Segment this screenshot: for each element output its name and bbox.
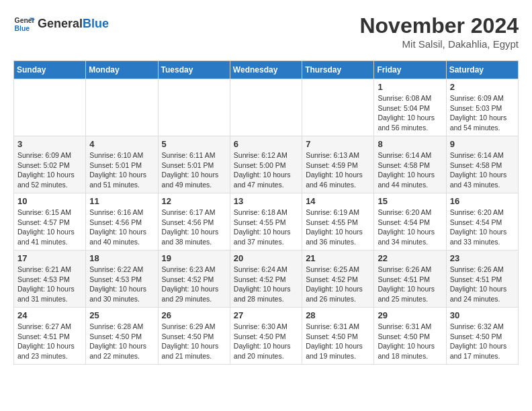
calendar-cell: 10Sunrise: 6:15 AM Sunset: 4:57 PM Dayli…	[14, 193, 86, 250]
day-number: 5	[162, 139, 226, 149]
calendar-header: SundayMondayTuesdayWednesdayThursdayFrid…	[14, 61, 519, 79]
day-info: Sunrise: 6:19 AM Sunset: 4:55 PM Dayligh…	[306, 208, 370, 247]
day-number: 17	[17, 253, 82, 263]
day-info: Sunrise: 6:20 AM Sunset: 4:54 PM Dayligh…	[378, 208, 442, 247]
calendar-cell	[14, 79, 86, 136]
weekday-header-monday: Monday	[86, 61, 158, 79]
weekday-header-row: SundayMondayTuesdayWednesdayThursdayFrid…	[14, 61, 519, 79]
logo: General Blue GeneralBlue	[13, 13, 109, 35]
day-info: Sunrise: 6:09 AM Sunset: 5:02 PM Dayligh…	[17, 150, 82, 190]
calendar-body: 1Sunrise: 6:08 AM Sunset: 5:04 PM Daylig…	[14, 79, 519, 365]
title-section: November 2024 Mit Salsil, Dakahlia, Egyp…	[359, 13, 519, 50]
day-number: 28	[306, 310, 370, 320]
day-info: Sunrise: 6:12 AM Sunset: 5:00 PM Dayligh…	[234, 150, 298, 190]
logo-icon: General Blue	[13, 13, 35, 35]
day-info: Sunrise: 6:22 AM Sunset: 4:53 PM Dayligh…	[89, 265, 154, 304]
day-number: 29	[378, 310, 442, 320]
calendar-cell: 22Sunrise: 6:26 AM Sunset: 4:51 PM Dayli…	[374, 250, 446, 308]
day-number: 1	[378, 82, 442, 92]
calendar-cell: 14Sunrise: 6:19 AM Sunset: 4:55 PM Dayli…	[302, 193, 374, 250]
calendar-cell: 6Sunrise: 6:12 AM Sunset: 5:00 PM Daylig…	[230, 136, 302, 193]
calendar-cell: 7Sunrise: 6:13 AM Sunset: 4:59 PM Daylig…	[302, 136, 374, 193]
calendar-cell	[86, 79, 158, 136]
location-text: Mit Salsil, Dakahlia, Egypt	[359, 38, 519, 50]
day-number: 30	[450, 310, 515, 320]
day-info: Sunrise: 6:28 AM Sunset: 4:50 PM Dayligh…	[89, 322, 154, 361]
weekday-header-saturday: Saturday	[446, 61, 518, 79]
day-number: 14	[306, 196, 370, 206]
day-number: 18	[89, 253, 154, 263]
calendar-cell: 24Sunrise: 6:27 AM Sunset: 4:51 PM Dayli…	[14, 308, 86, 365]
day-info: Sunrise: 6:27 AM Sunset: 4:51 PM Dayligh…	[17, 322, 82, 361]
calendar-cell: 11Sunrise: 6:16 AM Sunset: 4:56 PM Dayli…	[86, 193, 158, 250]
calendar-cell: 19Sunrise: 6:23 AM Sunset: 4:52 PM Dayli…	[158, 250, 230, 308]
weekday-header-thursday: Thursday	[302, 61, 374, 79]
weekday-header-sunday: Sunday	[14, 61, 86, 79]
calendar-cell: 18Sunrise: 6:22 AM Sunset: 4:53 PM Dayli…	[86, 250, 158, 308]
day-info: Sunrise: 6:26 AM Sunset: 4:51 PM Dayligh…	[450, 265, 515, 304]
day-info: Sunrise: 6:29 AM Sunset: 4:50 PM Dayligh…	[162, 322, 226, 361]
logo-general-text: General	[38, 17, 83, 30]
calendar-cell: 27Sunrise: 6:30 AM Sunset: 4:50 PM Dayli…	[230, 308, 302, 365]
day-number: 23	[450, 253, 515, 263]
day-info: Sunrise: 6:09 AM Sunset: 5:03 PM Dayligh…	[450, 93, 515, 133]
day-number: 9	[450, 139, 515, 149]
day-number: 8	[378, 139, 442, 149]
day-number: 4	[89, 139, 154, 149]
day-info: Sunrise: 6:30 AM Sunset: 4:50 PM Dayligh…	[234, 322, 298, 361]
calendar-cell: 5Sunrise: 6:11 AM Sunset: 5:01 PM Daylig…	[158, 136, 230, 193]
calendar-cell	[302, 79, 374, 136]
page-header: General Blue GeneralBlue November 2024 M…	[13, 13, 519, 50]
calendar-cell: 30Sunrise: 6:32 AM Sunset: 4:50 PM Dayli…	[446, 308, 518, 365]
day-number: 27	[234, 310, 298, 320]
day-number: 11	[89, 196, 154, 206]
day-number: 7	[306, 139, 370, 149]
calendar-cell: 23Sunrise: 6:26 AM Sunset: 4:51 PM Dayli…	[446, 250, 518, 308]
day-info: Sunrise: 6:13 AM Sunset: 4:59 PM Dayligh…	[306, 150, 370, 190]
calendar-week-2: 3Sunrise: 6:09 AM Sunset: 5:02 PM Daylig…	[14, 136, 519, 193]
calendar-cell: 8Sunrise: 6:14 AM Sunset: 4:58 PM Daylig…	[374, 136, 446, 193]
calendar-cell	[158, 79, 230, 136]
day-number: 12	[162, 196, 226, 206]
day-number: 10	[17, 196, 82, 206]
day-number: 6	[234, 139, 298, 149]
calendar-week-4: 17Sunrise: 6:21 AM Sunset: 4:53 PM Dayli…	[14, 250, 519, 308]
calendar-cell: 16Sunrise: 6:20 AM Sunset: 4:54 PM Dayli…	[446, 193, 518, 250]
calendar-cell: 9Sunrise: 6:14 AM Sunset: 4:58 PM Daylig…	[446, 136, 518, 193]
day-info: Sunrise: 6:31 AM Sunset: 4:50 PM Dayligh…	[306, 322, 370, 361]
day-number: 24	[17, 310, 82, 320]
day-info: Sunrise: 6:23 AM Sunset: 4:52 PM Dayligh…	[162, 265, 226, 304]
calendar-cell	[230, 79, 302, 136]
calendar-cell: 20Sunrise: 6:24 AM Sunset: 4:52 PM Dayli…	[230, 250, 302, 308]
calendar-week-5: 24Sunrise: 6:27 AM Sunset: 4:51 PM Dayli…	[14, 308, 519, 365]
calendar-cell: 29Sunrise: 6:31 AM Sunset: 4:50 PM Dayli…	[374, 308, 446, 365]
calendar-cell: 1Sunrise: 6:08 AM Sunset: 5:04 PM Daylig…	[374, 79, 446, 136]
calendar-cell: 25Sunrise: 6:28 AM Sunset: 4:50 PM Dayli…	[86, 308, 158, 365]
day-info: Sunrise: 6:18 AM Sunset: 4:55 PM Dayligh…	[234, 208, 298, 247]
day-info: Sunrise: 6:08 AM Sunset: 5:04 PM Dayligh…	[378, 93, 442, 133]
calendar-cell: 17Sunrise: 6:21 AM Sunset: 4:53 PM Dayli…	[14, 250, 86, 308]
logo-text: GeneralBlue	[38, 17, 109, 31]
weekday-header-friday: Friday	[374, 61, 446, 79]
day-number: 21	[306, 253, 370, 263]
day-number: 13	[234, 196, 298, 206]
calendar-table: SundayMondayTuesdayWednesdayThursdayFrid…	[13, 60, 519, 365]
day-number: 22	[378, 253, 442, 263]
day-info: Sunrise: 6:16 AM Sunset: 4:56 PM Dayligh…	[89, 208, 154, 247]
day-info: Sunrise: 6:31 AM Sunset: 4:50 PM Dayligh…	[378, 322, 442, 361]
calendar-cell: 26Sunrise: 6:29 AM Sunset: 4:50 PM Dayli…	[158, 308, 230, 365]
day-info: Sunrise: 6:21 AM Sunset: 4:53 PM Dayligh…	[17, 265, 82, 304]
day-info: Sunrise: 6:26 AM Sunset: 4:51 PM Dayligh…	[378, 265, 442, 304]
day-number: 15	[378, 196, 442, 206]
day-info: Sunrise: 6:24 AM Sunset: 4:52 PM Dayligh…	[234, 265, 298, 304]
day-info: Sunrise: 6:15 AM Sunset: 4:57 PM Dayligh…	[17, 208, 82, 247]
day-number: 2	[450, 82, 515, 92]
day-number: 26	[162, 310, 226, 320]
day-number: 3	[17, 139, 82, 149]
calendar-cell: 12Sunrise: 6:17 AM Sunset: 4:56 PM Dayli…	[158, 193, 230, 250]
day-number: 25	[89, 310, 154, 320]
day-info: Sunrise: 6:20 AM Sunset: 4:54 PM Dayligh…	[450, 208, 515, 247]
calendar-cell: 21Sunrise: 6:25 AM Sunset: 4:52 PM Dayli…	[302, 250, 374, 308]
day-number: 16	[450, 196, 515, 206]
day-info: Sunrise: 6:14 AM Sunset: 4:58 PM Dayligh…	[450, 150, 515, 190]
